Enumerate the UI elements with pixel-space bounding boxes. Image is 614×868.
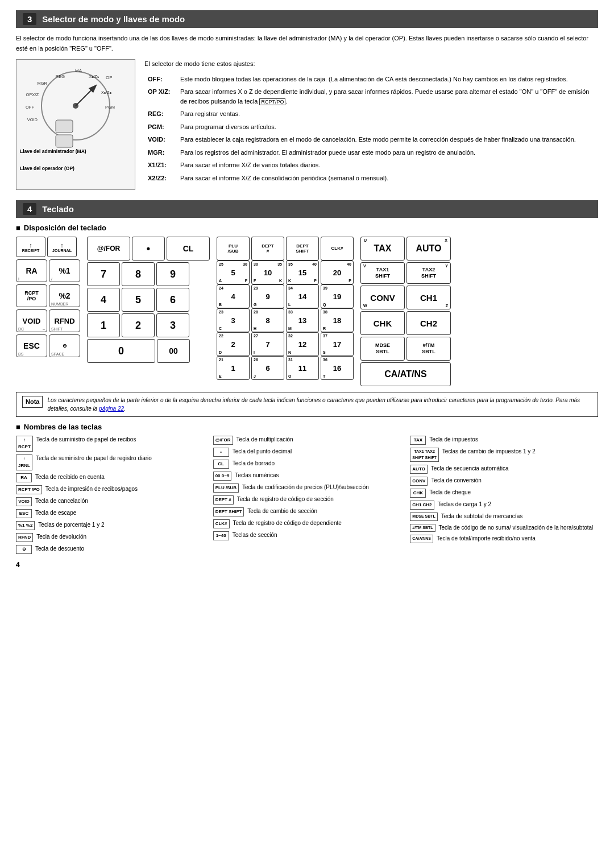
key-5[interactable]: 5	[122, 288, 155, 312]
dot-key[interactable]: •	[132, 237, 165, 261]
dept-7[interactable]: 27 7 I	[251, 332, 284, 356]
dept-hash-key[interactable]: DEPT#	[251, 237, 284, 261]
tax2-shift-key[interactable]: Y TAX2SHIFT	[406, 262, 451, 284]
nota-link[interactable]: página 22	[99, 406, 124, 412]
void-key[interactable]: VOID DC –	[16, 309, 47, 332]
svg-text:X₁/Z₁: X₁/Z₁	[89, 74, 99, 79]
svg-text:MA: MA	[75, 68, 82, 73]
pct1-key[interactable]: %1 /	[49, 259, 80, 282]
mdse-sbtl-key[interactable]: MDSESBTL	[360, 337, 405, 361]
rcptpo-key[interactable]: RCPT/PO	[16, 284, 47, 307]
dept-18[interactable]: 38 18 R	[321, 308, 354, 332]
key-0[interactable]: 0	[87, 339, 155, 363]
svg-rect-16	[56, 135, 73, 147]
keyboard-center-panel: @/FOR • CL 7 8 9 4 5 6 1 2 3 0 00	[87, 237, 210, 386]
key-9[interactable]: 9	[156, 262, 189, 286]
journal-key[interactable]: ↑ JOURNAL	[47, 237, 77, 257]
name-ra: RA Tecla de recibido en cuenta	[16, 473, 204, 482]
esc-key[interactable]: ESC BS	[16, 334, 47, 357]
mode-pgm: PGM: Para programar diversos artículos.	[146, 121, 597, 133]
section4-header: 4 Teclado	[16, 200, 598, 218]
dept-3[interactable]: 23 3 C	[217, 308, 250, 332]
dept-5[interactable]: 25 30 5 A F	[217, 261, 250, 284]
tax1-shift-key[interactable]: V TAX1SHIFT	[360, 262, 405, 284]
dept-10[interactable]: 30 35 10 F K	[251, 261, 284, 284]
ra-key[interactable]: RA I	[16, 259, 47, 282]
key-4[interactable]: 4	[87, 288, 120, 312]
key-3[interactable]: 3	[156, 313, 189, 337]
dept-2[interactable]: 22 2 D	[217, 332, 250, 356]
mode-x1z1: X1/Z1: Para sacar el informe X/Z de vari…	[146, 159, 597, 171]
key-7[interactable]: 7	[87, 262, 120, 286]
dept-9[interactable]: 29 9 G	[251, 284, 284, 308]
rfnd-key[interactable]: RFND SHIFT	[49, 309, 80, 332]
mode-x2z2-desc: Para sacar el informe X/Z de consolidaci…	[178, 172, 597, 184]
name-pct: %1 %2 Teclas de porcentaje 1 y 2	[16, 521, 204, 530]
tax-key[interactable]: U TAX	[360, 237, 405, 261]
mode-reg-key: REG:	[146, 108, 177, 120]
name-tax12shift: TAX1 TAX2SHIFT SHIFT Teclas de cambio de…	[410, 448, 598, 462]
row-atfor-dot-cl: @/FOR • CL	[87, 237, 210, 261]
dept-12[interactable]: 32 12 N	[286, 332, 319, 356]
row-tax1-tax2: V TAX1SHIFT Y TAX2SHIFT	[360, 262, 451, 284]
dept-17[interactable]: 37 17 S	[321, 332, 354, 356]
mode-table: OFF: Este modo bloquea todas las operaci…	[144, 72, 598, 185]
svg-text:VOID: VOID	[27, 117, 38, 122]
name-conv: CONV Tecla de conversión	[410, 477, 598, 486]
key-6[interactable]: 6	[156, 288, 189, 312]
chk-key[interactable]: CHK	[360, 311, 405, 335]
cl-key[interactable]: CL	[167, 237, 210, 261]
name-esc: ESC Tecla de escape	[16, 509, 204, 518]
dept-16[interactable]: 36 16 T	[321, 356, 354, 380]
dept-6[interactable]: 26 6 J	[251, 356, 284, 380]
names-col2: @/FOR Tecla de multiplicación • Tecla de…	[213, 436, 401, 554]
row-chk-ch2: CHK CH2	[360, 311, 451, 335]
dept-1[interactable]: 21 1 E	[217, 356, 250, 380]
atfor-key[interactable]: @/FOR	[87, 237, 130, 261]
nota-label: Nota	[22, 396, 43, 408]
dept-shift-key[interactable]: DEPTSHIFT	[286, 237, 319, 261]
plu-sub-key[interactable]: PLU/SUB	[217, 237, 250, 261]
mode-pgm-key: PGM:	[146, 121, 177, 133]
ch1-key[interactable]: Z CH1	[406, 286, 451, 309]
name-sections: 1~40 Teclas de sección	[213, 531, 401, 540]
key-1[interactable]: 1	[87, 313, 120, 337]
pct2-key[interactable]: %2 NUMBER	[49, 284, 80, 307]
keyboard-left-panel: ↑ RECEIPT ↑ JOURNAL RA I %1 / RCPT/PO	[16, 237, 80, 386]
name-depthash: DEPT # Tecla de registro de código de se…	[213, 495, 401, 505]
key-00[interactable]: 00	[157, 339, 190, 363]
name-ch12: CH1 CH2 Teclas de carga 1 y 2	[410, 501, 598, 510]
dept-20[interactable]: 40 20 P	[321, 261, 354, 284]
mode-x1z1-desc: Para sacar el informe X/Z de varios tota…	[178, 159, 597, 171]
section3-title: Selector de modo y llaves de modo	[42, 14, 185, 24]
receipt-key[interactable]: ↑ RECEIPT	[16, 237, 45, 257]
clk-hash-key[interactable]: CLK#	[321, 237, 354, 261]
dept-row5: 21 1 E 26 6 J 31 11 O 36 16 T	[217, 356, 354, 380]
row-esc-space: ESC BS ⊖ SPACE	[16, 334, 80, 357]
dept-15[interactable]: 35 40 15 K P	[286, 261, 319, 284]
dept-13[interactable]: 33 13 M	[286, 308, 319, 332]
ca-at-ns-key[interactable]: CA/AT/NS	[360, 362, 451, 386]
key-8[interactable]: 8	[122, 262, 155, 286]
row-ca-at-ns: CA/AT/NS	[360, 362, 451, 386]
ch2-key[interactable]: CH2	[406, 311, 451, 335]
dept-11[interactable]: 31 11 O	[286, 356, 319, 380]
dept-4[interactable]: 24 4 B	[217, 284, 250, 308]
name-tax: TAX Tecla de impuestos	[410, 436, 598, 445]
name-auto: AUTO Tecla de secuencia automática	[410, 465, 598, 474]
dept-8[interactable]: 28 8 H	[251, 308, 284, 332]
dept-19[interactable]: 39 19 Q	[321, 284, 354, 308]
mode-opxz: OP X/Z: Para sacar informes X o Z de dep…	[146, 86, 597, 107]
dept-14[interactable]: 34 14 L	[286, 284, 319, 308]
space-key[interactable]: ⊖ SPACE	[49, 334, 80, 357]
svg-text:OFF: OFF	[26, 105, 34, 110]
name-atfor: @/FOR Tecla de multiplicación	[213, 436, 401, 445]
key-2[interactable]: 2	[122, 313, 155, 337]
row-789: 7 8 9	[87, 262, 210, 286]
name-dot: • Tecla del punto decimal	[213, 448, 401, 457]
auto-key[interactable]: X AUTO	[406, 237, 451, 261]
tm-sbtl-key[interactable]: #/TMSBTL	[406, 337, 451, 361]
mode-pgm-desc: Para programar diversos artículos.	[178, 121, 597, 133]
name-nums: 00 0~9 Teclas numéricas	[213, 472, 401, 481]
conv-key[interactable]: W CONV	[360, 286, 405, 309]
